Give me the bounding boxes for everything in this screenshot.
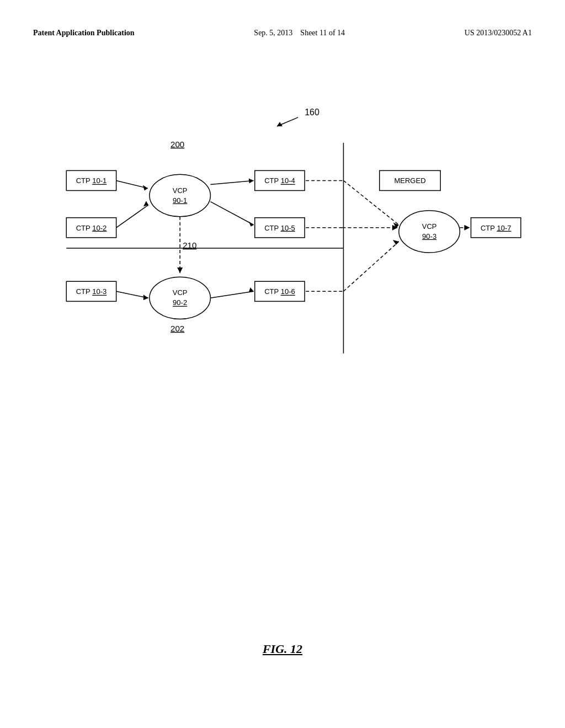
date-label: Sep. 5, 2013 Sheet 11 of 14 [254, 29, 345, 38]
ctp-10-2-label: CTP 10-2 [76, 224, 107, 232]
ctp-10-6-label: CTP 10-6 [264, 287, 295, 296]
label-202: 202 [170, 324, 184, 333]
svg-marker-28 [464, 225, 470, 231]
vcp-90-2-label: VCP [173, 288, 188, 297]
ctp-10-7-label: CTP 10-7 [481, 224, 511, 232]
vcp-90-3-number: 90-3 [422, 232, 436, 240]
ctp-10-1-label: CTP 10-1 [76, 176, 107, 185]
vcp-90-3-label: VCP [422, 222, 437, 231]
label-200: 200 [170, 140, 184, 149]
svg-line-4 [116, 180, 148, 188]
figure-number-label: 160 [305, 107, 319, 117]
merged-label: MERGED [394, 176, 425, 185]
vcp-90-2-number: 90-2 [173, 298, 187, 307]
svg-line-10 [210, 202, 253, 225]
vcp-90-1-label: VCP [173, 186, 188, 195]
svg-marker-17 [177, 267, 183, 273]
diagram-svg: 160 200 CTP 10-1 CTP 10-2 CTP 10-3 VCP 9… [33, 88, 532, 419]
publication-label: Patent Application Publication [33, 29, 135, 38]
svg-line-8 [210, 180, 253, 184]
diagram-container: 160 200 CTP 10-1 CTP 10-2 CTP 10-3 VCP 9… [33, 88, 532, 419]
ctp-10-3-label: CTP 10-3 [76, 287, 107, 296]
svg-line-25 [343, 242, 398, 291]
ctp-10-5-label: CTP 10-5 [264, 224, 295, 232]
vcp-90-1-ellipse [150, 174, 210, 216]
svg-line-14 [210, 291, 253, 298]
vcp-90-2-ellipse [150, 277, 210, 319]
svg-line-6 [116, 205, 148, 228]
vcp-90-1-number: 90-1 [173, 196, 187, 205]
patent-number: US 2013/0230052 A1 [465, 29, 532, 38]
svg-marker-26 [393, 240, 399, 245]
ctp-10-4-label: CTP 10-4 [264, 176, 295, 185]
figure-caption: FIG. 12 [0, 642, 565, 656]
page-header: Patent Application Publication Sep. 5, 2… [33, 29, 532, 38]
label-210: 210 [183, 240, 196, 250]
vcp-90-3-ellipse [399, 211, 460, 253]
svg-marker-9 [249, 178, 254, 183]
